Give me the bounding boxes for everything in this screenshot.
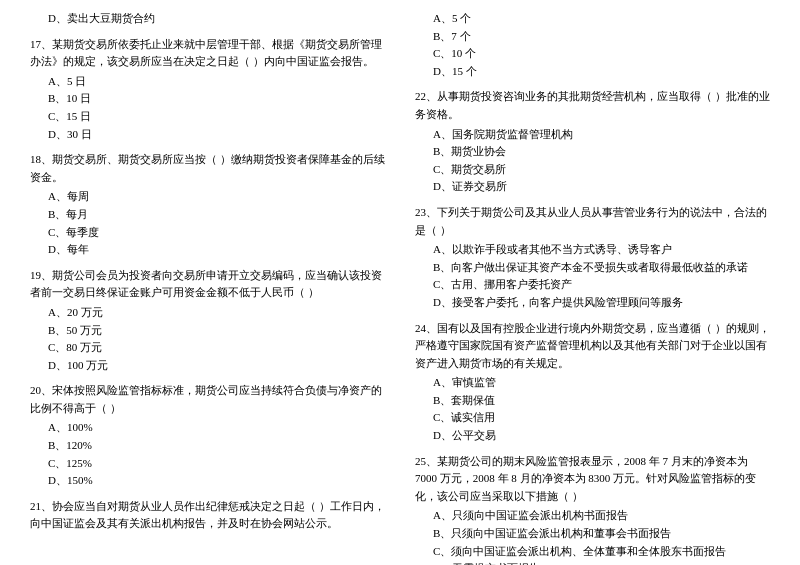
q25-opt-c: C、须向中国证监会派出机构、全体董事和全体股东书面报告 [415, 543, 770, 561]
top-opt-a: A、5 个 [415, 10, 770, 28]
q18-opt-c: C、每季度 [30, 224, 385, 242]
q20-opt-b: B、120% [30, 437, 385, 455]
q20-opt-c: C、125% [30, 455, 385, 473]
q18-text: 18、期货交易所、期货交易所应当按（ ）缴纳期货投资者保障基金的后续资金。 [30, 151, 385, 186]
question-20: 20、宋体按照风险监管指标标准，期货公司应当持续符合负债与净资产的比例不得高于（… [30, 382, 385, 490]
top-opt-c: C、10 个 [415, 45, 770, 63]
q25-opt-d: D、无需提交书面报告 [415, 560, 770, 565]
q19-opt-c: C、80 万元 [30, 339, 385, 357]
page-content: D、卖出大豆期货合约 17、某期货交易所依委托止业来就中层管理干部、根据《期货交… [30, 10, 770, 565]
question-21: 21、协会应当自对期货从业人员作出纪律惩戒决定之日起（ ）工作日内，向中国证监会… [30, 498, 385, 533]
q17-opt-d: D、30 日 [30, 126, 385, 144]
q23-text: 23、下列关于期货公司及其从业人员从事营管业务行为的说法中，合法的是（ ） [415, 204, 770, 239]
q19-opt-a: A、20 万元 [30, 304, 385, 322]
q20-opt-a: A、100% [30, 419, 385, 437]
top-opt-d: D、15 个 [415, 63, 770, 81]
q23-opt-a: A、以欺诈手段或者其他不当方式诱导、诱导客户 [415, 241, 770, 259]
q22-opt-a: A、国务院期货监督管理机构 [415, 126, 770, 144]
question-23: 23、下列关于期货公司及其从业人员从事营管业务行为的说法中，合法的是（ ） A、… [415, 204, 770, 312]
question-25: 25、某期货公司的期末风险监管报表显示，2008 年 7 月末的净资本为 700… [415, 453, 770, 565]
q24-opt-d: D、公平交易 [415, 427, 770, 445]
q23-opt-d: D、接受客户委托，向客户提供风险管理顾问等服务 [415, 294, 770, 312]
question-24: 24、国有以及国有控股企业进行境内外期货交易，应当遵循（ ）的规则，严格遵守国家… [415, 320, 770, 445]
q18-opt-b: B、每月 [30, 206, 385, 224]
q17-opt-b: B、10 日 [30, 90, 385, 108]
question-22: 22、从事期货投资咨询业务的其批期货经营机构，应当取得（ ）批准的业务资格。 A… [415, 88, 770, 196]
q22-opt-b: B、期货业协会 [415, 143, 770, 161]
q19-opt-d: D、100 万元 [30, 357, 385, 375]
q22-opt-c: C、期货交易所 [415, 161, 770, 179]
left-column: D、卖出大豆期货合约 17、某期货交易所依委托止业来就中层管理干部、根据《期货交… [30, 10, 395, 565]
q19-text: 19、期货公司会员为投资者向交易所申请开立交易编码，应当确认该投资者前一交易日终… [30, 267, 385, 302]
q25-opt-a: A、只须向中国证监会派出机构书面报告 [415, 507, 770, 525]
q24-opt-a: A、审慎监管 [415, 374, 770, 392]
question-18: 18、期货交易所、期货交易所应当按（ ）缴纳期货投资者保障基金的后续资金。 A、… [30, 151, 385, 259]
q21-text: 21、协会应当自对期货从业人员作出纪律惩戒决定之日起（ ）工作日内，向中国证监会… [30, 498, 385, 533]
q20-opt-d: D、150% [30, 472, 385, 490]
q23-opt-b: B、向客户做出保证其资产本金不受损失或者取得最低收益的承诺 [415, 259, 770, 277]
question-17: 17、某期货交易所依委托止业来就中层管理干部、根据《期货交易所管理办法》的规定，… [30, 36, 385, 144]
q24-opt-b: B、套期保值 [415, 392, 770, 410]
question-19: 19、期货公司会员为投资者向交易所申请开立交易编码，应当确认该投资者前一交易日终… [30, 267, 385, 375]
question-d: D、卖出大豆期货合约 [30, 10, 385, 28]
q24-text: 24、国有以及国有控股企业进行境内外期货交易，应当遵循（ ）的规则，严格遵守国家… [415, 320, 770, 373]
top-opt-b: B、7 个 [415, 28, 770, 46]
q22-text: 22、从事期货投资咨询业务的其批期货经营机构，应当取得（ ）批准的业务资格。 [415, 88, 770, 123]
q25-text: 25、某期货公司的期末风险监管报表显示，2008 年 7 月末的净资本为 700… [415, 453, 770, 506]
q17-opt-a: A、5 日 [30, 73, 385, 91]
q17-text: 17、某期货交易所依委托止业来就中层管理干部、根据《期货交易所管理办法》的规定，… [30, 36, 385, 71]
q23-opt-c: C、古用、挪用客户委托资产 [415, 276, 770, 294]
q25-opt-b: B、只须向中国证监会派出机构和董事会书面报告 [415, 525, 770, 543]
q22-opt-d: D、证券交易所 [415, 178, 770, 196]
question-top-options: A、5 个 B、7 个 C、10 个 D、15 个 [415, 10, 770, 80]
q24-opt-c: C、诚实信用 [415, 409, 770, 427]
q18-opt-a: A、每周 [30, 188, 385, 206]
two-column-layout: D、卖出大豆期货合约 17、某期货交易所依委托止业来就中层管理干部、根据《期货交… [30, 10, 770, 565]
q18-opt-d: D、每年 [30, 241, 385, 259]
option-d-text: D、卖出大豆期货合约 [30, 10, 385, 28]
q19-opt-b: B、50 万元 [30, 322, 385, 340]
q17-opt-c: C、15 日 [30, 108, 385, 126]
right-column: A、5 个 B、7 个 C、10 个 D、15 个 22、从事期货投资咨询业务的… [405, 10, 770, 565]
q20-text: 20、宋体按照风险监管指标标准，期货公司应当持续符合负债与净资产的比例不得高于（… [30, 382, 385, 417]
